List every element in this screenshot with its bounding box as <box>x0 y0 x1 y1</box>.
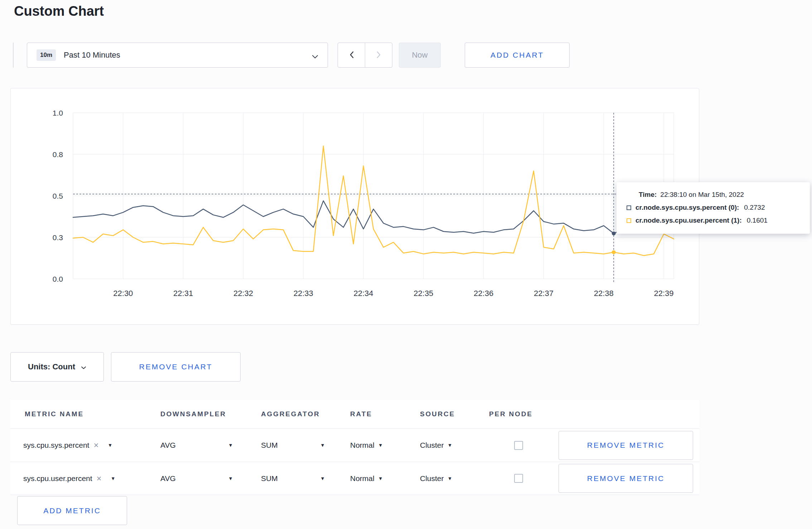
svg-text:22:33: 22:33 <box>294 289 313 298</box>
rate-value: Normal <box>350 474 374 483</box>
rate-select[interactable]: Normal▾ <box>350 474 382 483</box>
caret-down-icon: ▾ <box>379 442 382 448</box>
downsampler-value: AVG <box>160 441 176 450</box>
downsampler-select[interactable]: AVG▾ <box>160 474 232 483</box>
tooltip-series-row: cr.node.sys.cpu.user.percent (1): 0.1601 <box>627 217 800 224</box>
toolbar-divider <box>13 43 14 68</box>
metric-row: sys.cpu.user.percent × ▾ AVG▾ SUM▾ Norma… <box>10 462 699 495</box>
aggregator-select[interactable]: SUM▾ <box>261 474 324 483</box>
caret-down-icon: ▾ <box>229 442 232 448</box>
now-button[interactable]: Now <box>399 43 441 68</box>
downsampler-value: AVG <box>160 474 176 483</box>
units-label: Units: Count <box>28 362 75 372</box>
close-icon[interactable]: × <box>93 441 98 450</box>
header-rate: RATE <box>350 410 420 418</box>
source-select[interactable]: Cluster▾ <box>420 441 451 450</box>
tooltip-time-value: 22:38:10 on Mar 15th, 2022 <box>660 191 744 198</box>
metric-row: sys.cpu.sys.percent × ▾ AVG▾ SUM▾ Normal… <box>10 428 699 462</box>
svg-text:22:32: 22:32 <box>233 289 253 298</box>
series-sys-swatch-icon <box>627 205 631 210</box>
caret-down-icon: ▾ <box>112 476 115 481</box>
metric-name-select[interactable]: sys.cpu.user.percent × ▾ <box>10 474 160 483</box>
tooltip-time: Time:22:38:10 on Mar 15th, 2022 <box>627 191 800 199</box>
svg-text:1.0: 1.0 <box>53 109 63 117</box>
remove-metric-button[interactable]: REMOVE METRIC <box>559 431 693 460</box>
tooltip-series-name: cr.node.sys.cpu.sys.percent (0): <box>635 204 739 212</box>
per-node-checkbox[interactable] <box>514 441 523 450</box>
aggregator-value: SUM <box>261 441 278 450</box>
header-source: SOURCE <box>420 410 489 418</box>
svg-text:22:36: 22:36 <box>474 289 493 298</box>
svg-text:0.3: 0.3 <box>53 233 63 242</box>
chart-card: 0.00.30.50.81.022:3022:3122:3222:3322:34… <box>10 88 699 325</box>
caret-down-icon: ▾ <box>449 476 451 481</box>
source-select[interactable]: Cluster▾ <box>420 474 451 483</box>
rate-value: Normal <box>350 441 374 450</box>
metric-name-value: sys.cpu.user.percent <box>23 474 92 483</box>
chevron-down-icon <box>312 54 318 60</box>
header-downsampler: DOWNSAMPLER <box>160 410 261 418</box>
tooltip-time-label: Time: <box>639 191 657 198</box>
caret-down-icon: ▾ <box>379 476 382 481</box>
caret-down-icon: ▾ <box>321 442 324 448</box>
downsampler-select[interactable]: AVG▾ <box>160 441 232 450</box>
next-time-button[interactable] <box>365 43 392 68</box>
add-metric-button[interactable]: ADD METRIC <box>17 496 127 525</box>
source-value: Cluster <box>420 441 444 450</box>
time-range-badge: 10m <box>37 49 56 61</box>
metrics-table: METRIC NAME DOWNSAMPLER AGGREGATOR RATE … <box>10 400 699 495</box>
tooltip-series-value: 0.2732 <box>744 204 765 212</box>
metrics-table-header: METRIC NAME DOWNSAMPLER AGGREGATOR RATE … <box>10 400 699 428</box>
svg-text:22:30: 22:30 <box>113 289 133 298</box>
caret-down-icon: ▾ <box>108 442 111 448</box>
svg-text:22:38: 22:38 <box>594 289 614 298</box>
caret-down-icon: ▾ <box>449 442 451 448</box>
time-pager <box>338 43 392 68</box>
svg-text:22:31: 22:31 <box>173 289 193 298</box>
caret-down-icon: ▾ <box>321 476 324 481</box>
chevron-left-icon <box>349 51 354 60</box>
svg-text:22:39: 22:39 <box>654 289 674 298</box>
chart-plot[interactable]: 0.00.30.50.81.022:3022:3122:3222:3322:34… <box>11 88 700 324</box>
time-range-select[interactable]: 10m Past 10 Minutes <box>27 43 328 68</box>
aggregator-value: SUM <box>261 474 278 483</box>
header-aggregator: AGGREGATOR <box>261 410 350 418</box>
chevron-right-icon <box>376 51 381 60</box>
svg-text:0.8: 0.8 <box>53 150 63 159</box>
source-value: Cluster <box>420 474 444 483</box>
svg-text:0.5: 0.5 <box>53 192 63 200</box>
svg-text:22:35: 22:35 <box>414 289 433 298</box>
header-metric-name: METRIC NAME <box>10 410 160 418</box>
svg-text:22:37: 22:37 <box>534 289 554 298</box>
svg-text:22:34: 22:34 <box>354 289 373 298</box>
close-icon[interactable]: × <box>97 474 102 483</box>
chart-tooltip: Time:22:38:10 on Mar 15th, 2022 cr.node.… <box>617 182 810 234</box>
time-range-label: Past 10 Minutes <box>64 50 120 60</box>
prev-time-button[interactable] <box>338 43 365 68</box>
tooltip-series-value: 0.1601 <box>747 217 768 224</box>
metric-name-select[interactable]: sys.cpu.sys.percent × ▾ <box>10 441 160 450</box>
remove-chart-button[interactable]: REMOVE CHART <box>111 352 241 382</box>
svg-text:0.0: 0.0 <box>53 275 63 283</box>
aggregator-select[interactable]: SUM▾ <box>261 441 324 450</box>
per-node-checkbox[interactable] <box>514 474 523 483</box>
caret-down-icon: ▾ <box>229 476 232 481</box>
rate-select[interactable]: Normal▾ <box>350 441 382 450</box>
units-select[interactable]: Units: Count <box>10 352 104 382</box>
remove-metric-button[interactable]: REMOVE METRIC <box>559 464 693 493</box>
tooltip-series-name: cr.node.sys.cpu.user.percent (1): <box>635 217 742 224</box>
add-chart-button[interactable]: ADD CHART <box>465 43 570 68</box>
series-user-swatch-icon <box>627 218 631 223</box>
chevron-down-icon <box>81 362 86 372</box>
page-title: Custom Chart <box>14 4 104 19</box>
metric-name-value: sys.cpu.sys.percent <box>23 441 89 450</box>
custom-chart-page: Custom Chart 10m Past 10 Minutes Now ADD… <box>0 0 812 529</box>
header-per-node: PER NODE <box>489 410 559 418</box>
tooltip-series-row: cr.node.sys.cpu.sys.percent (0): 0.2732 <box>627 204 800 212</box>
